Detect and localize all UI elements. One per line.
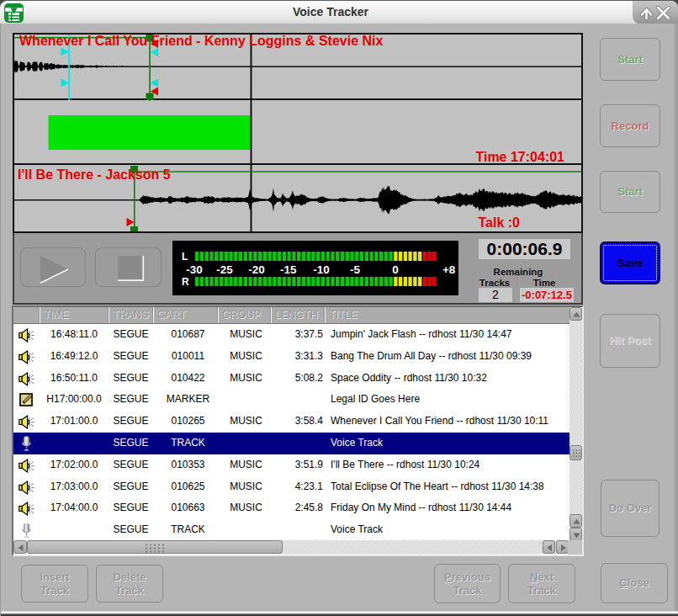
svg-text:Talk :0: Talk :0 xyxy=(479,215,521,230)
svg-text:Time 17:04:01: Time 17:04:01 xyxy=(475,150,564,164)
svg-text:Whenever I Call You Friend - K: Whenever I Call You Friend - Kenny Loggi… xyxy=(19,35,383,48)
svg-text:R: R xyxy=(182,276,189,288)
svg-text:-20: -20 xyxy=(248,263,265,276)
svg-text:I'll Be There - Jackson 5: I'll Be There - Jackson 5 xyxy=(18,167,171,182)
svg-text:-10: -10 xyxy=(313,263,330,276)
svg-text:-15: -15 xyxy=(280,263,297,276)
svg-text:-25: -25 xyxy=(216,263,233,276)
svg-text:-5: -5 xyxy=(350,263,360,276)
svg-text:L: L xyxy=(182,251,188,263)
svg-text:+8: +8 xyxy=(442,263,456,276)
svg-text:-30: -30 xyxy=(186,263,203,276)
svg-text:0: 0 xyxy=(392,263,399,276)
